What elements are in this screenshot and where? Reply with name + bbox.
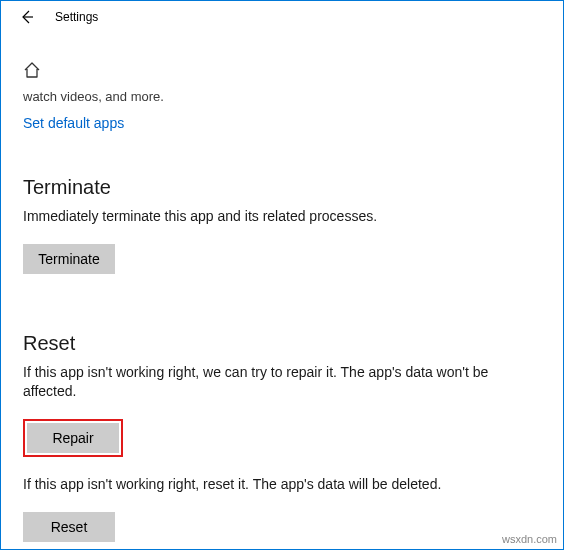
terminate-heading: Terminate <box>23 176 541 199</box>
repair-highlight: Repair <box>23 419 123 457</box>
back-button[interactable] <box>9 1 45 33</box>
repair-button[interactable]: Repair <box>27 423 119 453</box>
truncated-text: watch videos, and more. <box>23 89 541 104</box>
set-default-apps-link[interactable]: Set default apps <box>23 115 124 131</box>
window-title: Settings <box>55 10 98 24</box>
back-arrow-icon <box>19 9 35 25</box>
terminate-description: Immediately terminate this app and its r… <box>23 207 523 226</box>
terminate-button[interactable]: Terminate <box>23 244 115 274</box>
reset-description: If this app isn't working right, reset i… <box>23 475 523 494</box>
content-area: watch videos, and more. Set default apps… <box>1 61 563 542</box>
reset-heading: Reset <box>23 332 541 355</box>
repair-description: If this app isn't working right, we can … <box>23 363 523 401</box>
title-bar: Settings <box>1 1 563 33</box>
reset-button[interactable]: Reset <box>23 512 115 542</box>
home-icon[interactable] <box>23 61 541 83</box>
watermark: wsxdn.com <box>502 533 557 545</box>
